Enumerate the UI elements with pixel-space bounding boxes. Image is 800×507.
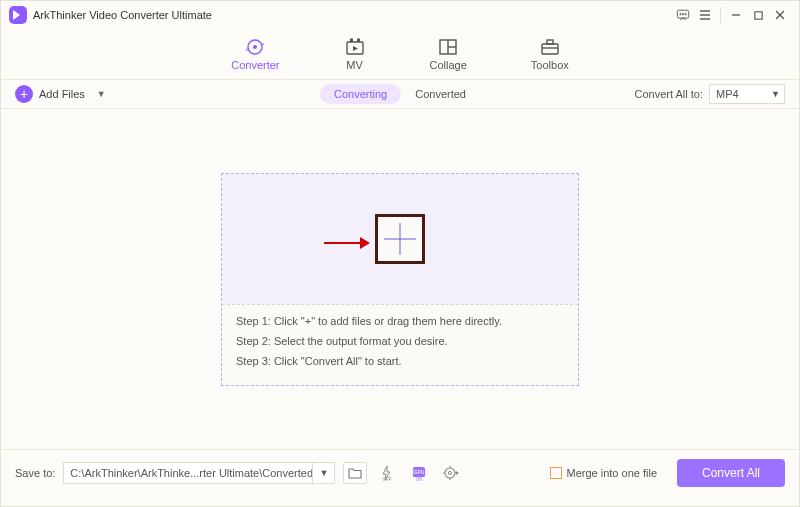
drop-zone[interactable]: Step 1: Click "+" to add files or drag t…	[221, 173, 579, 386]
add-file-plus-button[interactable]	[375, 214, 425, 264]
close-button[interactable]	[769, 4, 791, 26]
svg-rect-14	[350, 39, 353, 43]
menu-icon[interactable]	[694, 4, 716, 26]
minimize-button[interactable]	[725, 4, 747, 26]
svg-text:ON: ON	[416, 476, 423, 481]
tab-converted[interactable]: Converted	[401, 84, 480, 104]
gpu-accel-button[interactable]: GPUON	[407, 462, 431, 484]
step-3: Step 3: Click "Convert All" to start.	[236, 355, 564, 367]
tab-converter[interactable]: Converter	[231, 37, 279, 71]
plus-icon: +	[15, 85, 33, 103]
tab-collage[interactable]: Collage	[430, 37, 467, 71]
instruction-steps: Step 1: Click "+" to add files or drag t…	[222, 304, 578, 385]
toolbox-icon	[539, 37, 561, 57]
main-tabs: Converter MV Collage Toolbox	[1, 29, 799, 79]
app-logo-icon	[9, 6, 27, 24]
tab-mv[interactable]: MV	[344, 37, 366, 71]
convert-all-to-label: Convert All to:	[635, 88, 703, 100]
svg-rect-15	[357, 39, 360, 43]
maximize-button[interactable]	[747, 4, 769, 26]
svg-rect-19	[542, 44, 558, 54]
chevron-down-icon: ▼	[771, 89, 780, 99]
save-path-select[interactable]: C:\ArkThinker\ArkThinke...rter Ultimate\…	[63, 462, 335, 484]
hardware-accel-button[interactable]: OFF	[375, 462, 399, 484]
tab-label: Converter	[231, 59, 279, 71]
open-folder-button[interactable]	[343, 462, 367, 484]
add-files-button[interactable]: + Add Files ▼	[15, 85, 106, 103]
chevron-down-icon[interactable]: ▼	[312, 463, 334, 483]
svg-point-29	[449, 471, 452, 474]
checkbox-icon	[550, 467, 562, 479]
add-files-label: Add Files	[39, 88, 85, 100]
svg-rect-8	[754, 11, 761, 18]
svg-point-28	[445, 468, 455, 478]
drop-top	[222, 174, 578, 304]
settings-button[interactable]	[439, 462, 463, 484]
output-format-select[interactable]: MP4 ▼	[709, 84, 785, 104]
chevron-down-icon: ▼	[97, 89, 106, 99]
merge-label: Merge into one file	[567, 467, 658, 479]
save-to-label: Save to:	[15, 467, 55, 479]
footer: Save to: C:\ArkThinker\ArkThinke...rter …	[1, 449, 799, 495]
collage-icon	[437, 37, 459, 57]
divider	[720, 7, 721, 23]
converter-icon	[244, 37, 266, 57]
format-value: MP4	[716, 88, 739, 100]
tab-label: Toolbox	[531, 59, 569, 71]
svg-rect-20	[547, 40, 553, 44]
svg-point-12	[253, 45, 257, 49]
svg-text:OFF: OFF	[383, 476, 392, 481]
tab-label: Collage	[430, 59, 467, 71]
svg-point-3	[685, 14, 686, 15]
merge-checkbox[interactable]: Merge into one file	[550, 467, 658, 479]
step-1: Step 1: Click "+" to add files or drag t…	[236, 315, 564, 327]
step-2: Step 2: Select the output format you des…	[236, 335, 564, 347]
main-area: Step 1: Click "+" to add files or drag t…	[1, 109, 799, 449]
svg-point-1	[680, 14, 681, 15]
tab-toolbox[interactable]: Toolbox	[531, 37, 569, 71]
tab-label: MV	[346, 59, 363, 71]
state-switch: Converting Converted	[320, 84, 480, 104]
svg-point-2	[682, 14, 683, 15]
feedback-icon[interactable]	[672, 4, 694, 26]
toolbar: + Add Files ▼ Converting Converted Conve…	[1, 79, 799, 109]
titlebar: ArkThinker Video Converter Ultimate	[1, 1, 799, 29]
svg-text:GPU: GPU	[414, 469, 425, 475]
save-path-value: C:\ArkThinker\ArkThinke...rter Ultimate\…	[64, 467, 312, 479]
convert-all-button[interactable]: Convert All	[677, 459, 785, 487]
app-title: ArkThinker Video Converter Ultimate	[33, 9, 212, 21]
mv-icon	[344, 37, 366, 57]
annotation-arrow	[324, 237, 370, 249]
tab-converting[interactable]: Converting	[320, 84, 401, 104]
